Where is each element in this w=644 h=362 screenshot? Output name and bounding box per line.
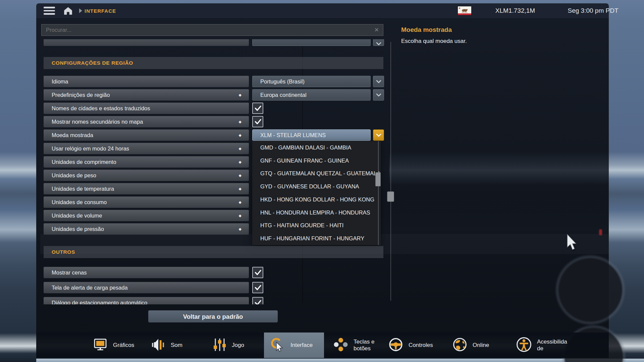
currency-option[interactable]: HUF - HUNGARIAN FORINT - HUNGARY <box>252 232 381 245</box>
tab-som[interactable]: Som <box>145 333 189 358</box>
setting-label: Mostrar nomes secundários no mapa <box>52 119 239 125</box>
currency-option[interactable]: GNF - GUINEAN FRANC - GUINEA <box>252 154 381 167</box>
setting-row-consumo[interactable]: Unidades de consumo ◆ <box>44 196 249 208</box>
setting-label: Nomes de cidades e estados traduzidos <box>52 105 241 112</box>
section-header-region: CONFIGURAÇÕES DE REGIÃO <box>44 57 383 69</box>
background-streak <box>389 152 609 185</box>
truck-marker-light <box>599 229 602 235</box>
california-flag-icon <box>458 6 471 15</box>
setting-label: Unidades de consumo <box>52 199 239 205</box>
player-money: XLM1.732,1M <box>485 7 545 14</box>
chevron-down-icon-active[interactable] <box>373 129 384 141</box>
setting-row-dialogo-estacionamento[interactable]: Diálogo de estacionamento automático <box>44 297 249 304</box>
tab-label: Online <box>473 342 489 349</box>
dropdown[interactable] <box>252 39 371 46</box>
dropdown-value: Europa continental <box>260 92 307 98</box>
setting-row-volume[interactable]: Unidades de volume ◆ <box>44 210 249 221</box>
setting-label: Unidades de pressão <box>52 226 239 232</box>
tab-jogo[interactable]: Jogo <box>206 333 250 358</box>
menu-icon[interactable] <box>44 7 55 15</box>
setting-row-tela-alerta[interactable]: Tela de alerta de carga pesada <box>44 282 249 293</box>
setting-row-relogio[interactable]: Usar relógio em modo 24 horas ◆ <box>44 143 249 154</box>
reset-to-default-button[interactable]: Voltar para o padrão <box>148 310 278 322</box>
currency-option[interactable]: GYD - GUYANESE DOLLAR - GUYANA <box>252 180 381 193</box>
modified-diamond-icon: ◆ <box>239 146 241 151</box>
setting-row-temperatura[interactable]: Unidades de temperatura ◆ <box>44 183 249 194</box>
setting-label: Usar relógio em modo 24 horas <box>52 145 239 152</box>
modified-diamond-icon: ◆ <box>239 133 241 137</box>
accessibility-icon <box>516 337 532 354</box>
tab-acessibilidade[interactable]: Acessibilida de <box>510 333 573 358</box>
setting-row-comprimento[interactable]: Unidades de comprimento ◆ <box>44 156 249 168</box>
setting-label: Mostrar cenas <box>52 269 241 276</box>
currency-option-list: GMD - GAMBIAN DALASI - GAMBIA GNF - GUIN… <box>252 141 381 245</box>
modified-diamond-icon: ◆ <box>239 160 241 164</box>
breadcrumb[interactable]: INTERFACE <box>85 8 116 14</box>
setting-label: Unidades de comprimento <box>52 159 239 165</box>
tab-label: Interface <box>290 342 313 349</box>
steering-wheel-icon <box>388 337 404 354</box>
help-panel-title: Moeda mostrada <box>401 26 452 34</box>
checkbox-checked[interactable] <box>252 103 263 114</box>
modified-diamond-icon: ◆ <box>239 227 241 231</box>
dropdown-predefinicoes[interactable]: Europa continental <box>252 89 371 101</box>
dropdown-scrollbar-thumb[interactable] <box>375 172 381 186</box>
currency-option[interactable]: HNL - HONDURAN LEMPIRA - HONDURAS <box>252 206 381 219</box>
tab-label: Controles <box>409 342 433 349</box>
setting-label: Unidades de volume <box>52 213 239 219</box>
tab-label: Teclas e botões <box>354 339 374 352</box>
clear-search-icon[interactable]: ✕ <box>370 26 383 34</box>
modified-diamond-icon: ◆ <box>239 187 241 191</box>
setting-label-bar[interactable] <box>44 39 249 46</box>
dropdown-scrollbar-track[interactable] <box>378 141 379 245</box>
setting-label: Idioma <box>52 78 241 85</box>
home-icon[interactable] <box>63 6 73 15</box>
modified-diamond-icon: ◆ <box>239 173 241 178</box>
setting-label: Predefinições de região <box>52 92 239 98</box>
checkbox-checked[interactable] <box>252 116 263 127</box>
tab-label: Som <box>171 342 182 349</box>
currency-option[interactable]: HTG - HAITIAN GOURDE - HAITI <box>252 219 381 232</box>
dropdown-value: Português (Brasil) <box>260 78 305 85</box>
tab-label: Acessibilida de <box>537 339 567 352</box>
dropdown-idioma[interactable]: Português (Brasil) <box>252 76 371 87</box>
search-bar: ✕ <box>41 24 383 36</box>
top-bar: INTERFACE XLM1.732,1M Seg 3:00 pm PDT <box>36 3 609 18</box>
setting-row-peso[interactable]: Unidades de peso ◆ <box>44 170 249 181</box>
setting-row-nomes-secundarios[interactable]: Mostrar nomes secundários no mapa ◆ <box>44 116 249 127</box>
dropdown-moeda-selected[interactable]: XLM - STELLAR LUMENS <box>252 129 371 141</box>
cursor-icon <box>270 337 285 354</box>
settings-scrollbar-track[interactable] <box>390 42 391 301</box>
checkbox-checked[interactable] <box>252 267 263 278</box>
tab-controles[interactable]: Controles <box>382 333 439 358</box>
chevron-down-icon[interactable] <box>373 76 384 87</box>
setting-row-moeda[interactable]: Moeda mostrada ◆ <box>44 129 249 141</box>
checkbox-checked[interactable] <box>252 282 263 293</box>
tab-label: Gráficos <box>113 342 134 349</box>
tab-online[interactable]: Online <box>446 333 495 358</box>
setting-row-idioma[interactable]: Idioma <box>44 76 249 87</box>
chevron-down-icon[interactable] <box>373 89 384 101</box>
dropdown-value: XLM - STELLAR LUMENS <box>260 132 326 138</box>
checkbox-checked[interactable] <box>252 297 263 304</box>
tab-interface[interactable]: Interface <box>264 333 324 358</box>
currency-option[interactable]: GTQ - GUATEMALAN QUETZAL - GUATEMALA <box>252 167 381 180</box>
setting-label: Unidades de temperatura <box>52 186 239 192</box>
tab-graficos[interactable]: Gráficos <box>87 333 140 358</box>
globe-icon <box>452 337 468 354</box>
search-input[interactable] <box>42 27 370 33</box>
sliders-icon <box>212 337 227 354</box>
tab-teclas-botoes[interactable]: Teclas e botões <box>327 333 380 358</box>
buttons-icon <box>333 337 348 354</box>
setting-label: Tela de alerta de carga pesada <box>52 285 241 291</box>
setting-row-pressao[interactable]: Unidades de pressão ◆ <box>44 223 249 235</box>
chevron-down-icon[interactable] <box>373 39 384 46</box>
setting-label: Moeda mostrada <box>52 132 239 138</box>
currency-option[interactable]: GMD - GAMBIAN DALASI - GAMBIA <box>252 141 381 154</box>
setting-row-nomes-cidades[interactable]: Nomes de cidades e estados traduzidos <box>44 103 249 114</box>
setting-row-predefinicoes[interactable]: Predefinições de região ◆ <box>44 89 249 101</box>
currency-option[interactable]: HKD - HONG KONG DOLLAR - HONG KONG <box>252 193 381 206</box>
setting-row-mostrar-cenas[interactable]: Mostrar cenas <box>44 267 249 278</box>
settings-scrollbar-thumb[interactable] <box>387 191 394 202</box>
section-header-outros: OUTROS <box>44 246 383 258</box>
